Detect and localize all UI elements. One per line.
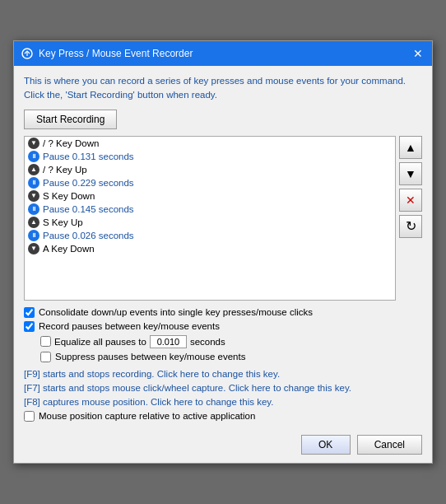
mouse-position-row: Mouse position capture relative to activ… xyxy=(24,411,422,422)
options-section: Consolidate down/up events into single k… xyxy=(24,307,422,362)
record-pauses-label: Record pauses between key/mouse events xyxy=(39,321,220,331)
pause-icon: ⏸ xyxy=(28,177,39,189)
event-list[interactable]: ▼/ ? Key Down⏸Pause 0.131 seconds▲/ ? Ke… xyxy=(24,136,396,301)
intro-text: This is where you can record a series of… xyxy=(24,74,422,100)
event-label: Pause 0.026 seconds xyxy=(43,231,134,240)
list-area: ▼/ ? Key Down⏸Pause 0.131 seconds▲/ ? Ke… xyxy=(24,136,422,301)
event-label: / ? Key Up xyxy=(43,165,87,175)
pause-icon: ⏸ xyxy=(28,151,39,162)
list-item[interactable]: ⏸Pause 0.145 seconds xyxy=(25,203,395,216)
f9-link[interactable]: [F9] starts and stops recording. Click h… xyxy=(24,369,422,379)
delete-button[interactable]: ✕ xyxy=(399,189,422,212)
ok-button[interactable]: OK xyxy=(301,435,351,455)
equalize-unit: seconds xyxy=(190,337,225,347)
consolidate-checkbox[interactable] xyxy=(24,307,35,318)
window-icon xyxy=(21,47,34,60)
event-label: / ? Key Down xyxy=(43,138,99,148)
mouse-position-label: Mouse position capture relative to activ… xyxy=(39,411,255,421)
list-item[interactable]: ▲S Key Up xyxy=(25,216,395,229)
list-item[interactable]: ▲/ ? Key Up xyxy=(25,163,395,176)
dialog-window: Key Press / Mouse Event Recorder ✕ This … xyxy=(13,40,433,463)
key-down-icon: ▼ xyxy=(28,190,39,202)
equalize-input[interactable] xyxy=(150,335,187,348)
list-controls: ▲ ▼ ✕ ↻ xyxy=(399,136,422,301)
pause-icon: ⏸ xyxy=(28,230,39,241)
equalize-row: Equalize all pauses to seconds xyxy=(40,335,422,348)
suppress-row: Suppress pauses between key/mouse events xyxy=(40,352,422,362)
consolidate-label: Consolidate down/up events into single k… xyxy=(39,307,313,317)
move-down-button[interactable]: ▼ xyxy=(399,162,422,185)
record-pauses-checkbox[interactable] xyxy=(24,321,35,332)
key-up-icon: ▲ xyxy=(28,164,39,175)
f8-link[interactable]: [F8] captures mouse position. Click here… xyxy=(24,397,422,407)
footer-buttons: OK Cancel xyxy=(14,430,432,463)
delete-icon: ✕ xyxy=(406,194,416,207)
mouse-position-checkbox[interactable] xyxy=(24,411,35,422)
key-down-icon: ▼ xyxy=(28,243,39,254)
close-button[interactable]: ✕ xyxy=(411,46,425,61)
start-recording-button[interactable]: Start Recording xyxy=(24,110,117,129)
cancel-button[interactable]: Cancel xyxy=(357,435,422,455)
arrow-down-icon: ▼ xyxy=(405,167,416,180)
dialog-content: This is where you can record a series of… xyxy=(14,66,432,429)
refresh-button[interactable]: ↻ xyxy=(399,215,422,238)
key-down-icon: ▼ xyxy=(28,138,39,149)
event-label: Pause 0.145 seconds xyxy=(43,204,134,214)
window-title: Key Press / Mouse Event Recorder xyxy=(39,48,406,59)
event-label: A Key Down xyxy=(43,244,95,254)
list-item[interactable]: ⏸Pause 0.229 seconds xyxy=(25,176,395,189)
refresh-icon: ↻ xyxy=(406,218,416,234)
list-item[interactable]: ⏸Pause 0.131 seconds xyxy=(25,150,395,163)
pause-icon: ⏸ xyxy=(28,203,39,215)
list-item[interactable]: ▼A Key Down xyxy=(25,242,395,255)
links-section: [F9] starts and stops recording. Click h… xyxy=(24,369,422,407)
key-up-icon: ▲ xyxy=(28,217,39,228)
event-label: S Key Down xyxy=(43,191,95,201)
event-label: S Key Up xyxy=(43,217,83,227)
title-bar: Key Press / Mouse Event Recorder ✕ xyxy=(14,41,432,66)
equalize-checkbox[interactable] xyxy=(40,336,51,347)
suppress-checkbox[interactable] xyxy=(40,352,51,362)
event-label: Pause 0.131 seconds xyxy=(43,152,134,161)
equalize-label: Equalize all pauses to xyxy=(54,337,146,347)
event-label: Pause 0.229 seconds xyxy=(43,178,134,188)
list-item[interactable]: ▼S Key Down xyxy=(25,189,395,203)
move-up-button[interactable]: ▲ xyxy=(399,136,422,159)
list-item[interactable]: ⏸Pause 0.026 seconds xyxy=(25,229,395,242)
arrow-up-icon: ▲ xyxy=(405,141,416,154)
list-item[interactable]: ▼/ ? Key Down xyxy=(25,137,395,150)
suppress-label: Suppress pauses between key/mouse events xyxy=(55,352,245,362)
f7-link[interactable]: [F7] starts and stops mouse click/wheel … xyxy=(24,383,422,393)
record-pauses-row: Record pauses between key/mouse events xyxy=(24,321,422,332)
consolidate-row: Consolidate down/up events into single k… xyxy=(24,307,422,318)
